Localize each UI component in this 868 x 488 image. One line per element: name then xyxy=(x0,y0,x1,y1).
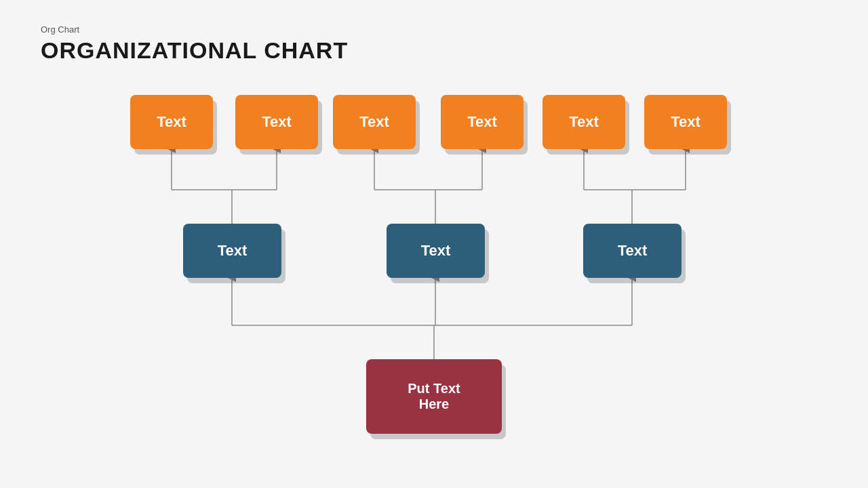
orange-box-1[interactable]: Text xyxy=(130,95,213,149)
root-box[interactable]: Put TextHere xyxy=(366,359,502,434)
orange-box-3[interactable]: Text xyxy=(333,95,416,149)
blue-box-3[interactable]: Text xyxy=(583,224,682,278)
blue-box-1[interactable]: Text xyxy=(183,224,281,278)
orange-box-6[interactable]: Text xyxy=(644,95,727,149)
blue-box-2[interactable]: Text xyxy=(387,224,485,278)
page: Org Chart ORGANIZATIONAL CHART xyxy=(0,0,868,488)
orange-box-4[interactable]: Text xyxy=(441,95,524,149)
header: Org Chart ORGANIZATIONAL CHART xyxy=(41,24,348,64)
subtitle: Org Chart xyxy=(41,24,348,35)
page-title: ORGANIZATIONAL CHART xyxy=(41,37,348,64)
orange-box-5[interactable]: Text xyxy=(542,95,625,149)
chart-area: Text Text Text Text Text Text Text Text … xyxy=(0,95,868,488)
orange-box-2[interactable]: Text xyxy=(235,95,318,149)
